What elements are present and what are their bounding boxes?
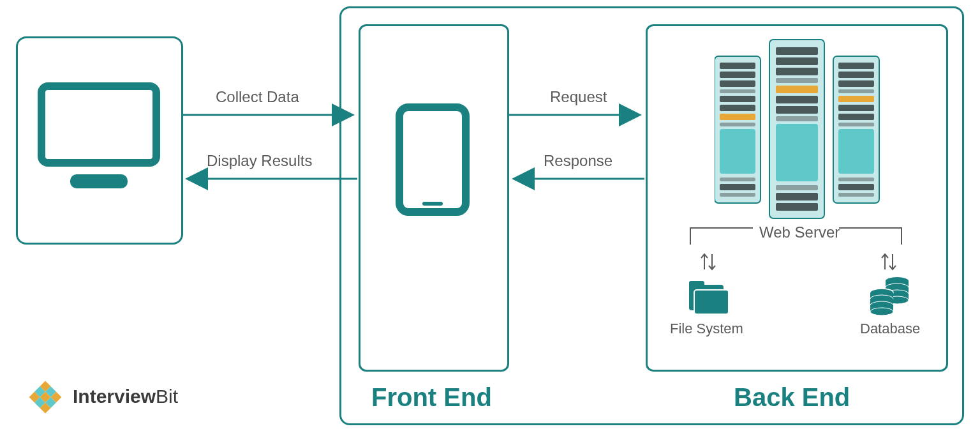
response-label: Response [544, 152, 612, 170]
svg-rect-42 [838, 193, 874, 197]
svg-rect-29 [776, 203, 818, 211]
svg-rect-19 [776, 57, 818, 65]
svg-rect-28 [776, 193, 818, 200]
database-icon [868, 276, 912, 317]
brand-text: InterviewBit [73, 386, 178, 407]
svg-rect-3 [422, 202, 443, 206]
svg-rect-48 [689, 281, 704, 289]
backend-title: Back End [734, 383, 850, 412]
updown-arrows-right-icon [879, 250, 898, 273]
webserver-label: Web Server [759, 223, 840, 241]
svg-rect-26 [776, 124, 818, 181]
svg-rect-12 [720, 123, 755, 126]
request-label: Request [550, 88, 607, 106]
updown-arrows-left-icon [699, 250, 718, 273]
svg-rect-49 [694, 290, 729, 314]
svg-rect-24 [776, 106, 818, 114]
svg-rect-18 [776, 47, 818, 55]
svg-rect-37 [838, 114, 874, 120]
svg-point-63 [870, 308, 893, 315]
svg-rect-16 [720, 193, 755, 197]
svg-rect-2 [399, 107, 466, 212]
display-results-label: Display Results [207, 152, 312, 170]
svg-rect-35 [838, 96, 874, 102]
svg-rect-25 [776, 116, 818, 121]
monitor-icon [35, 80, 163, 201]
svg-rect-34 [838, 89, 874, 93]
server-rack-icon [715, 33, 880, 225]
svg-rect-20 [776, 68, 818, 75]
svg-rect-0 [41, 86, 156, 163]
arrows-middle [508, 102, 646, 192]
svg-rect-21 [776, 78, 818, 83]
brand-logo-icon [22, 379, 69, 415]
svg-rect-8 [720, 89, 755, 93]
svg-rect-9 [720, 96, 755, 102]
svg-rect-23 [776, 96, 818, 103]
svg-rect-22 [776, 86, 818, 93]
svg-rect-10 [720, 105, 755, 111]
svg-rect-5 [720, 63, 755, 69]
svg-rect-27 [776, 185, 818, 190]
svg-rect-36 [838, 105, 874, 111]
frontend-title: Front End [371, 383, 492, 412]
arrows-left [181, 102, 359, 192]
svg-rect-32 [838, 72, 874, 78]
folder-icon [687, 278, 731, 315]
smartphone-icon [394, 102, 471, 217]
svg-rect-14 [720, 178, 755, 181]
svg-rect-41 [838, 184, 874, 190]
svg-rect-6 [720, 72, 755, 78]
filesystem-label: File System [670, 321, 743, 337]
collect-data-label: Collect Data [216, 88, 299, 106]
svg-rect-33 [838, 80, 874, 87]
svg-rect-39 [838, 129, 874, 174]
svg-rect-11 [720, 114, 755, 120]
svg-rect-7 [720, 80, 755, 87]
svg-rect-15 [720, 184, 755, 190]
svg-rect-31 [838, 63, 874, 69]
svg-rect-1 [70, 174, 128, 188]
database-label: Database [860, 321, 920, 337]
svg-rect-13 [720, 129, 755, 174]
svg-rect-38 [838, 123, 874, 126]
svg-rect-40 [838, 178, 874, 181]
